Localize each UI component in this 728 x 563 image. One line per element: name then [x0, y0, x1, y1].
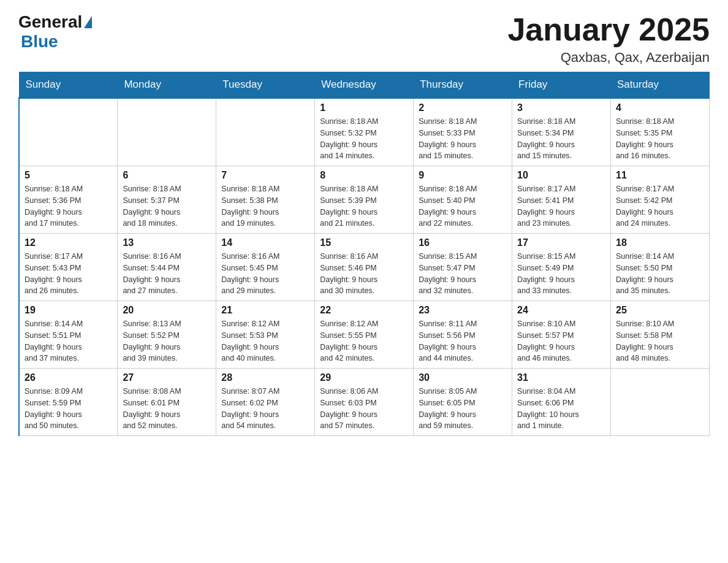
day-info: Sunrise: 8:18 AM Sunset: 5:40 PM Dayligh… — [419, 183, 507, 229]
day-number: 24 — [517, 305, 605, 316]
day-info: Sunrise: 8:15 AM Sunset: 5:47 PM Dayligh… — [419, 251, 507, 297]
day-info: Sunrise: 8:14 AM Sunset: 5:50 PM Dayligh… — [616, 251, 704, 297]
day-number: 12 — [25, 237, 112, 248]
calendar-cell: 15Sunrise: 8:16 AM Sunset: 5:46 PM Dayli… — [315, 234, 414, 301]
calendar-cell: 20Sunrise: 8:13 AM Sunset: 5:52 PM Dayli… — [118, 301, 216, 369]
day-number: 5 — [25, 170, 112, 181]
calendar-cell: 8Sunrise: 8:18 AM Sunset: 5:39 PM Daylig… — [315, 166, 414, 234]
calendar-week-row: 26Sunrise: 8:09 AM Sunset: 5:59 PM Dayli… — [19, 369, 710, 436]
day-info: Sunrise: 8:18 AM Sunset: 5:39 PM Dayligh… — [320, 183, 408, 229]
weekday-header-friday: Friday — [512, 72, 611, 98]
day-info: Sunrise: 8:06 AM Sunset: 6:03 PM Dayligh… — [320, 386, 408, 432]
calendar-cell: 13Sunrise: 8:16 AM Sunset: 5:44 PM Dayli… — [118, 234, 216, 301]
weekday-header-thursday: Thursday — [414, 72, 512, 98]
day-number: 18 — [616, 237, 704, 248]
calendar-header-row: SundayMondayTuesdayWednesdayThursdayFrid… — [19, 72, 710, 98]
calendar-table: SundayMondayTuesdayWednesdayThursdayFrid… — [18, 72, 710, 436]
logo-general-text: General — [18, 12, 82, 32]
calendar-cell: 21Sunrise: 8:12 AM Sunset: 5:53 PM Dayli… — [216, 301, 315, 369]
day-info: Sunrise: 8:17 AM Sunset: 5:41 PM Dayligh… — [517, 183, 605, 229]
calendar-title: January 2025 — [507, 12, 710, 47]
day-number: 29 — [320, 372, 408, 383]
day-info: Sunrise: 8:18 AM Sunset: 5:38 PM Dayligh… — [221, 183, 309, 229]
day-number: 22 — [320, 305, 408, 316]
calendar-cell: 26Sunrise: 8:09 AM Sunset: 5:59 PM Dayli… — [19, 369, 118, 436]
day-number: 28 — [221, 372, 309, 383]
day-number: 30 — [419, 372, 507, 383]
calendar-cell: 5Sunrise: 8:18 AM Sunset: 5:36 PM Daylig… — [19, 166, 118, 234]
day-info: Sunrise: 8:12 AM Sunset: 5:53 PM Dayligh… — [221, 318, 309, 364]
weekday-header-saturday: Saturday — [611, 72, 710, 98]
title-section: January 2025 Qaxbas, Qax, Azerbaijan — [507, 12, 710, 66]
day-info: Sunrise: 8:10 AM Sunset: 5:58 PM Dayligh… — [616, 318, 704, 364]
day-number: 25 — [616, 305, 704, 316]
day-number: 26 — [25, 372, 112, 383]
calendar-cell: 17Sunrise: 8:15 AM Sunset: 5:49 PM Dayli… — [512, 234, 611, 301]
calendar-subtitle: Qaxbas, Qax, Azerbaijan — [507, 50, 710, 66]
calendar-week-row: 5Sunrise: 8:18 AM Sunset: 5:36 PM Daylig… — [19, 166, 710, 234]
day-info: Sunrise: 8:16 AM Sunset: 5:44 PM Dayligh… — [123, 251, 211, 297]
calendar-cell: 9Sunrise: 8:18 AM Sunset: 5:40 PM Daylig… — [414, 166, 512, 234]
day-info: Sunrise: 8:16 AM Sunset: 5:46 PM Dayligh… — [320, 251, 408, 297]
day-number: 19 — [25, 305, 112, 316]
calendar-cell: 12Sunrise: 8:17 AM Sunset: 5:43 PM Dayli… — [19, 234, 118, 301]
calendar-week-row: 1Sunrise: 8:18 AM Sunset: 5:32 PM Daylig… — [19, 98, 710, 166]
calendar-cell: 16Sunrise: 8:15 AM Sunset: 5:47 PM Dayli… — [414, 234, 512, 301]
calendar-cell: 19Sunrise: 8:14 AM Sunset: 5:51 PM Dayli… — [19, 301, 118, 369]
calendar-cell: 6Sunrise: 8:18 AM Sunset: 5:37 PM Daylig… — [118, 166, 216, 234]
calendar-cell: 7Sunrise: 8:18 AM Sunset: 5:38 PM Daylig… — [216, 166, 315, 234]
day-info: Sunrise: 8:09 AM Sunset: 5:59 PM Dayligh… — [25, 386, 112, 432]
day-number: 10 — [517, 170, 605, 181]
day-number: 15 — [320, 237, 408, 248]
day-number: 3 — [517, 102, 605, 113]
day-info: Sunrise: 8:11 AM Sunset: 5:56 PM Dayligh… — [419, 318, 507, 364]
calendar-cell: 30Sunrise: 8:05 AM Sunset: 6:05 PM Dayli… — [414, 369, 512, 436]
calendar-cell — [19, 98, 118, 166]
page-header: General Blue January 2025 Qaxbas, Qax, A… — [18, 12, 710, 66]
weekday-header-sunday: Sunday — [19, 72, 118, 98]
day-info: Sunrise: 8:04 AM Sunset: 6:06 PM Dayligh… — [517, 386, 605, 432]
calendar-week-row: 12Sunrise: 8:17 AM Sunset: 5:43 PM Dayli… — [19, 234, 710, 301]
day-info: Sunrise: 8:18 AM Sunset: 5:35 PM Dayligh… — [616, 116, 704, 162]
calendar-cell: 2Sunrise: 8:18 AM Sunset: 5:33 PM Daylig… — [414, 98, 512, 166]
day-number: 14 — [221, 237, 309, 248]
weekday-header-tuesday: Tuesday — [216, 72, 315, 98]
day-number: 11 — [616, 170, 704, 181]
calendar-cell: 29Sunrise: 8:06 AM Sunset: 6:03 PM Dayli… — [315, 369, 414, 436]
calendar-cell: 1Sunrise: 8:18 AM Sunset: 5:32 PM Daylig… — [315, 98, 414, 166]
calendar-cell — [216, 98, 315, 166]
calendar-cell: 11Sunrise: 8:17 AM Sunset: 5:42 PM Dayli… — [611, 166, 710, 234]
day-number: 16 — [419, 237, 507, 248]
day-info: Sunrise: 8:13 AM Sunset: 5:52 PM Dayligh… — [123, 318, 211, 364]
day-number: 13 — [123, 237, 211, 248]
day-info: Sunrise: 8:12 AM Sunset: 5:55 PM Dayligh… — [320, 318, 408, 364]
day-number: 27 — [123, 372, 211, 383]
day-info: Sunrise: 8:17 AM Sunset: 5:42 PM Dayligh… — [616, 183, 704, 229]
day-info: Sunrise: 8:16 AM Sunset: 5:45 PM Dayligh… — [221, 251, 309, 297]
day-number: 21 — [221, 305, 309, 316]
day-number: 6 — [123, 170, 211, 181]
logo: General Blue — [18, 12, 92, 52]
calendar-cell: 28Sunrise: 8:07 AM Sunset: 6:02 PM Dayli… — [216, 369, 315, 436]
day-info: Sunrise: 8:07 AM Sunset: 6:02 PM Dayligh… — [221, 386, 309, 432]
day-number: 23 — [419, 305, 507, 316]
calendar-cell: 18Sunrise: 8:14 AM Sunset: 5:50 PM Dayli… — [611, 234, 710, 301]
weekday-header-wednesday: Wednesday — [315, 72, 414, 98]
day-number: 7 — [221, 170, 309, 181]
calendar-cell: 25Sunrise: 8:10 AM Sunset: 5:58 PM Dayli… — [611, 301, 710, 369]
day-number: 8 — [320, 170, 408, 181]
calendar-cell: 14Sunrise: 8:16 AM Sunset: 5:45 PM Dayli… — [216, 234, 315, 301]
calendar-cell: 4Sunrise: 8:18 AM Sunset: 5:35 PM Daylig… — [611, 98, 710, 166]
day-info: Sunrise: 8:10 AM Sunset: 5:57 PM Dayligh… — [517, 318, 605, 364]
logo-triangle-icon — [84, 16, 92, 28]
day-number: 17 — [517, 237, 605, 248]
logo-blue-text: Blue — [21, 32, 58, 51]
calendar-cell — [118, 98, 216, 166]
day-number: 31 — [517, 372, 605, 383]
day-number: 9 — [419, 170, 507, 181]
day-number: 20 — [123, 305, 211, 316]
day-info: Sunrise: 8:15 AM Sunset: 5:49 PM Dayligh… — [517, 251, 605, 297]
day-info: Sunrise: 8:18 AM Sunset: 5:33 PM Dayligh… — [419, 116, 507, 162]
calendar-cell: 23Sunrise: 8:11 AM Sunset: 5:56 PM Dayli… — [414, 301, 512, 369]
day-number: 4 — [616, 102, 704, 113]
